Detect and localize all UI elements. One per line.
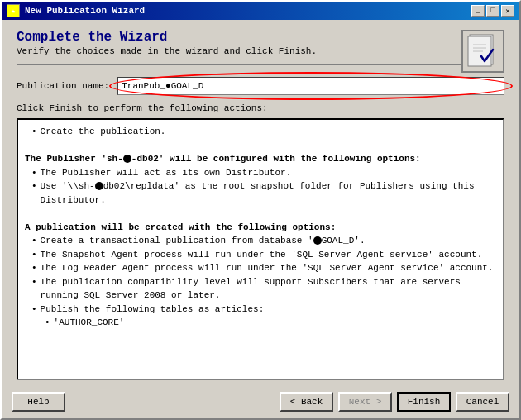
header-section: Complete the Wizard Verify the choices m… [17, 30, 504, 56]
page-title: Complete the Wizard [17, 30, 455, 45]
finish-button[interactable]: Finish [397, 392, 451, 412]
window-title: New Publication Wizard [25, 6, 145, 16]
next-button[interactable]: Next > [338, 392, 392, 412]
section-publication: A publication will be created with the f… [25, 221, 496, 235]
section-publisher: The Publisher 'sh--db02' will be configu… [25, 152, 496, 166]
publication-name-row: Publication name: [17, 77, 504, 95]
maximize-button[interactable]: □ [486, 5, 499, 17]
list-item: • Create the publication. [31, 125, 496, 139]
close-button[interactable]: ✕ [501, 5, 514, 17]
list-item: • Create a transactional publication fro… [31, 234, 496, 248]
publication-name-wrapper [117, 77, 504, 95]
window-icon: ★ [7, 4, 20, 17]
wizard-svg [466, 33, 499, 69]
cancel-button[interactable]: Cancel [456, 392, 509, 412]
list-item: • The publication compatibility level wi… [31, 275, 496, 303]
list-item: • Use '\\sh-db02\repldata' as the root s… [31, 179, 496, 207]
list-item: • The Snapshot Agent process will run un… [31, 248, 496, 262]
content-textbox[interactable]: • Create the publication. The Publisher … [17, 118, 504, 380]
footer: Help < Back Next > Finish Cancel [2, 387, 519, 418]
title-buttons: _ □ ✕ [471, 5, 514, 17]
publication-name-label: Publication name: [17, 81, 109, 91]
wizard-icon [461, 30, 504, 73]
header-divider [17, 64, 504, 65]
help-button[interactable]: Help [12, 392, 65, 412]
content-area: Complete the Wizard Verify the choices m… [2, 20, 519, 387]
sub-list-item: • 'AUTHOR_CORE' [45, 316, 496, 330]
publication-name-input[interactable] [117, 77, 504, 95]
title-bar-left: ★ New Publication Wizard [7, 4, 145, 17]
page-subtitle: Verify the choices made in the wizard an… [17, 46, 455, 56]
main-window: ★ New Publication Wizard _ □ ✕ Complete … [0, 0, 521, 420]
title-bar: ★ New Publication Wizard _ □ ✕ [2, 2, 519, 20]
list-item: • Publish the following tables as articl… [31, 303, 496, 317]
back-button[interactable]: < Back [280, 392, 333, 412]
actions-label: Click Finish to perform the following ac… [17, 103, 504, 113]
minimize-button[interactable]: _ [471, 5, 485, 17]
list-item: • The Log Reader Agent process will run … [31, 261, 496, 275]
list-item: • The Publisher will act as its own Dist… [31, 166, 496, 180]
